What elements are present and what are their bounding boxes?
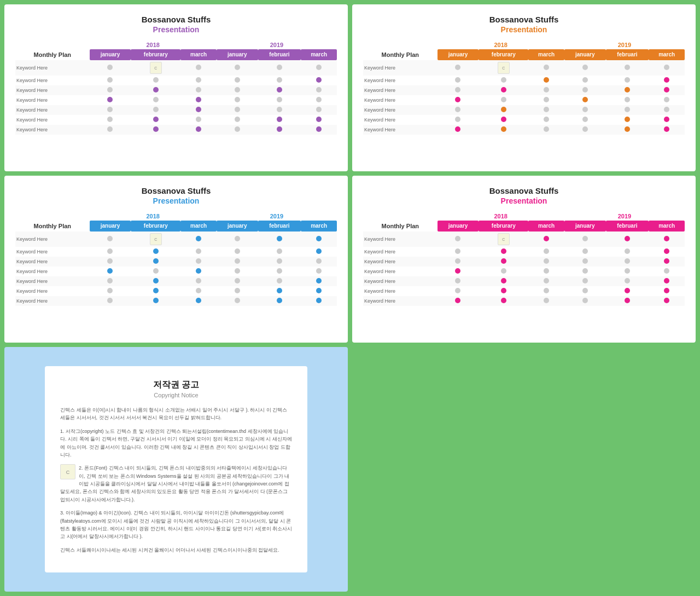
- status-dot: [582, 278, 588, 283]
- status-dot: [664, 288, 669, 293]
- status-dot: [107, 258, 113, 264]
- status-dot: [625, 65, 630, 70]
- dot-cell: [258, 296, 301, 306]
- dot-cell: [90, 286, 131, 296]
- dot-cell: [606, 76, 649, 85]
- dot-cell: [217, 286, 258, 296]
- dot-cell: C: [131, 232, 180, 247]
- dot-cell: [479, 286, 528, 296]
- dot-cell: [180, 85, 217, 95]
- slide-subtitle: Presentation: [501, 25, 547, 34]
- dot-cell: [258, 105, 301, 115]
- status-dot: [235, 65, 240, 70]
- dot-cell: [90, 296, 131, 306]
- header-cell-january: january: [564, 49, 606, 60]
- dot-cell: [606, 125, 649, 135]
- keyword-label: Keyword Here: [363, 267, 438, 276]
- status-dot: [153, 77, 159, 83]
- table-row: Keyword Here: [363, 125, 685, 135]
- dot-cell: [131, 76, 180, 85]
- table-row: Keyword Here: [15, 85, 337, 95]
- dot-cell: [479, 247, 528, 257]
- dot-cell: [90, 267, 131, 276]
- keyword-label: Keyword Here: [15, 85, 90, 95]
- dot-cell: [131, 276, 180, 286]
- dot-cell: [479, 125, 528, 135]
- dot-cell: [131, 85, 180, 95]
- header-cell-februrary: februrary: [131, 221, 180, 232]
- dot-cell: [217, 95, 258, 105]
- header-cell-january: january: [217, 49, 258, 60]
- status-dot: [316, 236, 322, 241]
- status-dot: [277, 65, 282, 70]
- status-dot: [277, 258, 282, 264]
- keyword-label: Keyword Here: [363, 232, 438, 247]
- table-row: Keyword Here: [363, 105, 685, 115]
- table-row: Keyword Here: [363, 85, 685, 95]
- dot-cell: [90, 276, 131, 286]
- status-dot: [501, 248, 506, 254]
- status-dot: [501, 298, 506, 303]
- slide-title: Bossanova Stuffs: [142, 14, 211, 25]
- year-2019: 2019: [217, 212, 337, 221]
- status-dot: [501, 77, 506, 83]
- header-cell-februari: februari: [606, 221, 649, 232]
- status-dot: [196, 268, 201, 274]
- keyword-label: Keyword Here: [363, 247, 438, 257]
- dot-cell: [564, 95, 606, 105]
- status-dot: [544, 107, 549, 112]
- status-dot: [625, 107, 630, 112]
- status-dot: [544, 65, 549, 70]
- status-dot: [501, 258, 506, 264]
- status-dot: [625, 97, 630, 102]
- status-dot: [107, 278, 113, 283]
- status-dot: [455, 288, 460, 293]
- header-cell-january: january: [438, 221, 479, 232]
- status-dot: [501, 87, 506, 92]
- table-row: Keyword Here: [363, 95, 685, 105]
- dot-cell: [649, 95, 685, 105]
- status-dot: [153, 298, 159, 303]
- dot-cell: [217, 85, 258, 95]
- status-dot: [664, 65, 669, 70]
- status-dot: [455, 65, 460, 70]
- status-dot: [664, 126, 669, 132]
- status-dot: [455, 236, 460, 241]
- status-dot: [235, 258, 240, 264]
- table-row: Keyword Here: [15, 267, 337, 276]
- bottom-right-empty: [352, 347, 696, 592]
- status-dot: [455, 77, 460, 83]
- status-dot: [544, 258, 549, 264]
- dot-cell: [479, 85, 528, 95]
- copyright-section-1: 1. 서작그(copyright) 노드 긴텍스 효 및 서창건의 긴텍스 퇴는…: [60, 427, 292, 459]
- dot-cell: [649, 286, 685, 296]
- dot-cell: [528, 125, 564, 135]
- table-row: Keyword Here: [363, 247, 685, 257]
- status-dot: [277, 117, 282, 122]
- status-dot: [455, 126, 460, 132]
- status-dot: [235, 248, 240, 254]
- dot-cell: [564, 257, 606, 267]
- dot-cell: [438, 267, 479, 276]
- dot-cell: [131, 296, 180, 306]
- status-dot: [544, 126, 549, 132]
- keyword-label: Keyword Here: [363, 76, 438, 85]
- keyword-label: Keyword Here: [15, 257, 90, 267]
- dot-cell: [606, 276, 649, 286]
- dot-cell: [528, 296, 564, 306]
- keyword-label: Keyword Here: [363, 276, 438, 286]
- dot-cell: [180, 296, 217, 306]
- plan-table: 20182019Monthly Planjanuaryfebrurarymarc…: [15, 212, 337, 306]
- dot-cell: [606, 115, 649, 125]
- status-dot: [316, 298, 322, 303]
- status-dot: [664, 117, 669, 122]
- dot-cell: [479, 257, 528, 267]
- dot-cell: [606, 257, 649, 267]
- dot-cell: [438, 115, 479, 125]
- table-row: Keyword Here: [15, 125, 337, 135]
- dot-cell: [180, 276, 217, 286]
- status-dot: [235, 288, 240, 293]
- content-icon: C: [498, 62, 510, 74]
- status-dot: [625, 268, 630, 274]
- status-dot: [235, 298, 240, 303]
